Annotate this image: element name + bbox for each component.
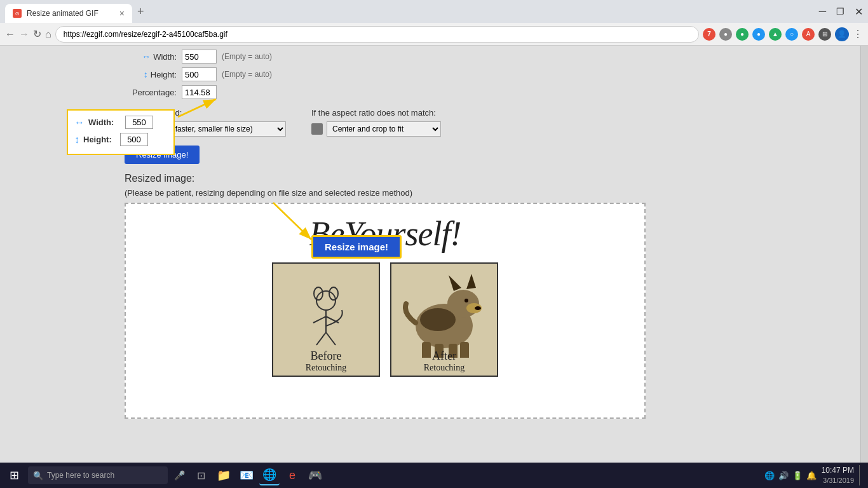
network-icon[interactable]: 🌐 <box>764 471 775 480</box>
before-panel: Before Retouching <box>272 262 380 377</box>
after-label: After <box>432 349 456 363</box>
after-panel: After Retouching <box>390 262 498 377</box>
svg-marker-11 <box>449 275 461 291</box>
taskbar-app5-icon[interactable]: 🎮 <box>305 465 325 485</box>
real-dog-icon <box>403 269 485 358</box>
explorer-icon: 📁 <box>217 468 231 482</box>
aspect-icon <box>311 123 323 135</box>
clock-time: 10:47 PM <box>822 466 854 476</box>
percentage-row: Percentage: <box>125 85 850 99</box>
height-label: Height: <box>151 70 177 79</box>
minimize-icon[interactable]: ─ <box>819 6 826 17</box>
chrome-icon2[interactable]: ● <box>736 28 749 41</box>
tab-favicon: G <box>13 9 22 18</box>
annotation-height-input[interactable] <box>120 133 148 146</box>
svg-line-6 <box>316 332 326 345</box>
show-desktop-button[interactable] <box>859 465 863 485</box>
scrollbar[interactable] <box>860 46 868 463</box>
after-sublabel: Retouching <box>424 363 465 373</box>
svg-point-2 <box>329 287 338 300</box>
start-button[interactable]: ⊞ <box>3 464 25 487</box>
taskbar-explorer-icon[interactable]: 📁 <box>214 465 234 485</box>
chrome-icon5[interactable]: ○ <box>785 28 798 41</box>
extensions-icon[interactable]: 7 <box>703 28 715 41</box>
gif-panels: Before Retouching <box>272 262 498 377</box>
resized-section-label: Resized image: <box>125 173 850 184</box>
resize-button-annotation[interactable]: Resize image! <box>311 235 402 259</box>
svg-rect-15 <box>422 342 431 358</box>
chrome-icon6[interactable]: A <box>802 28 815 41</box>
tray-icons: 🌐 🔊 🔋 🔔 <box>764 471 817 480</box>
clock-date: 3/31/2019 <box>822 476 854 485</box>
forward-button[interactable]: → <box>19 29 29 40</box>
taskbar-chrome-icon[interactable]: 🌐 <box>259 465 280 485</box>
chrome-icon1[interactable]: ● <box>719 28 732 41</box>
taskbar: ⊞ 🔍 Type here to search 🎤 ⊡ 📁 📧 🌐 e 🎮 🌐 … <box>0 463 868 488</box>
left-annotation-area: ↔ Width: ↕ Height: <box>0 46 114 463</box>
svg-line-5 <box>326 316 339 323</box>
refresh-button[interactable]: ↻ <box>33 28 41 40</box>
new-tab-button[interactable]: + <box>137 5 144 18</box>
width-hint: (Empty = auto) <box>222 52 272 61</box>
browser-icons: 7 ● ● ● ▲ ○ A ⊞ 👤 ⋮ <box>703 27 863 41</box>
chrome-icon3[interactable]: ● <box>752 28 765 41</box>
volume-icon[interactable]: 🔊 <box>778 471 789 480</box>
search-placeholder: Type here to search <box>47 471 114 480</box>
svg-rect-18 <box>460 342 469 358</box>
height-input[interactable] <box>182 67 217 81</box>
percentage-input[interactable] <box>182 85 217 99</box>
width-row: ↔ Width: (Empty = auto) <box>125 50 850 64</box>
svg-point-0 <box>316 291 336 310</box>
edge-icon: e <box>289 469 295 482</box>
svg-point-13 <box>465 299 468 302</box>
chrome-icon7[interactable]: ⊞ <box>818 28 831 41</box>
search-icon: 🔍 <box>33 471 43 480</box>
cartoon-dog-icon <box>297 285 355 355</box>
restore-icon[interactable]: ❐ <box>836 6 844 17</box>
main-content: ↔ Width: (Empty = auto) ↕ Height: (Empty… <box>114 46 860 463</box>
svg-point-19 <box>420 308 456 331</box>
close-icon[interactable]: ✕ <box>855 6 863 18</box>
chrome-icon4[interactable]: ▲ <box>769 28 782 41</box>
annotation-height-label: Height: <box>83 135 116 144</box>
back-button[interactable]: ← <box>5 29 15 40</box>
taskbar-edge-icon[interactable]: e <box>282 465 302 485</box>
method-aspect-row: Resize method: Gifsicle (faster, smaller… <box>125 108 850 137</box>
annotation-width-label: Width: <box>88 118 121 127</box>
height-row: ↕ Height: (Empty = auto) <box>125 67 850 81</box>
height-arrow-icon: ↕ <box>74 134 79 146</box>
user-icon[interactable]: 👤 <box>835 27 849 41</box>
home-button[interactable]: ⌂ <box>45 29 51 40</box>
svg-marker-12 <box>466 274 476 289</box>
tab-close-icon[interactable]: × <box>119 8 125 18</box>
more-options-icon[interactable]: ⋮ <box>853 28 863 40</box>
task-view-icon: ⊡ <box>197 470 205 482</box>
tab-title: Resize animated GIF <box>27 9 98 18</box>
page-content: ↔ Width: ↕ Height: ↔ Width: (Empty = aut… <box>0 46 868 463</box>
width-icon: ↔ <box>142 51 151 62</box>
url-input[interactable] <box>55 26 699 43</box>
mic-icon: 🎤 <box>174 470 185 480</box>
taskbar-email-icon[interactable]: 📧 <box>236 465 257 485</box>
svg-point-14 <box>475 306 481 310</box>
aspect-select[interactable]: Center and crop to fit <box>327 121 441 137</box>
email-icon: 📧 <box>240 468 254 482</box>
aspect-label: If the aspect ratio does not match: <box>311 108 441 118</box>
search-bar[interactable]: 🔍 Type here to search <box>28 466 168 484</box>
width-input[interactable] <box>182 50 217 64</box>
task-view-button[interactable]: ⊡ <box>191 465 211 485</box>
height-icon: ↕ <box>144 69 148 79</box>
notification-icon[interactable]: 🔔 <box>806 471 817 480</box>
before-sublabel: Retouching <box>306 363 347 373</box>
width-label: Width: <box>153 52 177 62</box>
resize-annotation-label: Resize image! <box>325 241 388 252</box>
battery-icon[interactable]: 🔋 <box>792 471 803 480</box>
percentage-label: Percentage: <box>132 88 177 97</box>
patience-text: (Please be patient, resizing depending o… <box>125 188 850 198</box>
height-hint: (Empty = auto) <box>222 70 272 79</box>
tab[interactable]: G Resize animated GIF × <box>5 4 132 23</box>
mic-button[interactable]: 🎤 <box>170 466 188 484</box>
annotation-width-input[interactable] <box>125 116 153 129</box>
width-arrow-icon: ↔ <box>74 117 85 128</box>
taskbar-clock[interactable]: 10:47 PM 3/31/2019 <box>822 466 854 485</box>
